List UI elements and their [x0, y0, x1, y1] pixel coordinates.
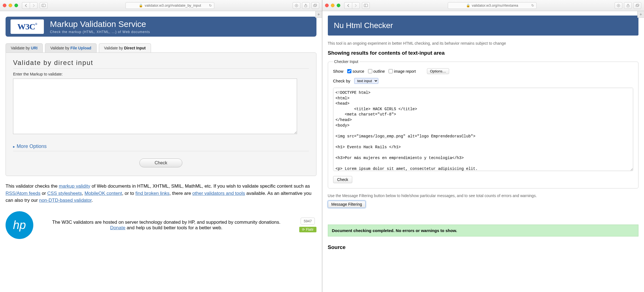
sidebar-button[interactable]: [40, 2, 47, 9]
link-markup-validity[interactable]: markup validity: [59, 183, 90, 189]
svg-rect-4: [314, 5, 316, 7]
tabs-button[interactable]: [633, 2, 641, 9]
tab-validate-uri[interactable]: Validate by URI: [6, 43, 43, 52]
page-content-right: Nu Html Checker This tool is an ongoing …: [322, 11, 644, 292]
new-tab-button[interactable]: +: [315, 11, 322, 18]
show-source-checkbox[interactable]: source: [347, 69, 364, 74]
maximize-window-button[interactable]: [14, 4, 18, 7]
downloads-button[interactable]: [615, 2, 622, 9]
minimize-window-button[interactable]: [331, 4, 334, 7]
show-outline-checkbox[interactable]: outline: [368, 69, 385, 74]
validation-tabs: Validate by URI Validate by File Upload …: [6, 43, 316, 52]
page-title: Markup Validation Service: [50, 19, 150, 29]
link-mobileok[interactable]: MobileOK content: [84, 191, 122, 196]
page-subtitle: Check the markup (HTML, XHTML, ...) of W…: [50, 30, 150, 34]
share-button[interactable]: [624, 2, 632, 9]
markup-textarea[interactable]: [13, 79, 297, 134]
address-bar[interactable]: 🔒 validator.w3.org/nu/#textarea ↻: [448, 2, 537, 9]
close-window-button[interactable]: [3, 4, 6, 7]
browser-toolbar-right: 🔒 validator.w3.org/nu/#textarea ↻: [322, 0, 644, 11]
filter-note: Use the Message Filtering button below t…: [328, 193, 639, 198]
link-rss-atom[interactable]: RSS/Atom feeds: [6, 191, 41, 196]
flattr-button[interactable]: ⟳Flattr: [299, 227, 316, 232]
url-text: validator.w3.org/nu/#textarea: [472, 3, 518, 7]
check-button[interactable]: Check: [139, 158, 182, 167]
window-validator: 🔒 validator.w3.org/#validate_by_input ↻ …: [0, 0, 322, 292]
tabs-button[interactable]: [311, 2, 319, 9]
checker-input-fieldset: Checker Input Show source outline image …: [328, 59, 639, 188]
back-button[interactable]: [22, 2, 30, 9]
checkby-label: Check by: [333, 79, 351, 83]
lock-icon: 🔒: [466, 4, 470, 7]
footer: hp The W3C validators are hosted on serv…: [6, 211, 316, 239]
maximize-window-button[interactable]: [337, 4, 340, 7]
message-filtering-button[interactable]: Message Filtering: [328, 201, 366, 208]
link-other-tools[interactable]: other validators and tools: [192, 191, 245, 196]
forward-button[interactable]: [30, 2, 37, 9]
check-button[interactable]: Check: [333, 176, 353, 183]
w3c-logo[interactable]: W3C®: [11, 19, 44, 34]
source-heading: Source: [328, 244, 639, 250]
source-textarea[interactable]: [333, 88, 633, 171]
checkby-select[interactable]: text input: [354, 78, 378, 84]
fieldset-legend: Checker Input: [333, 59, 359, 64]
w3c-banner: W3C® Markup Validation Service Check the…: [6, 17, 316, 37]
svg-rect-5: [314, 4, 317, 6]
url-text: validator.w3.org/#validate_by_input: [145, 3, 201, 7]
flattr-count: 5947: [301, 218, 315, 225]
description-text: This validator checks the markup validit…: [6, 183, 316, 204]
back-button[interactable]: [344, 2, 352, 9]
panel-heading: Validate by direct input: [13, 59, 309, 69]
tool-note: This tool is an ongoing experiment in be…: [328, 41, 639, 46]
nu-banner: Nu Html Checker: [328, 16, 639, 36]
minimize-window-button[interactable]: [9, 4, 12, 7]
close-window-button[interactable]: [325, 4, 329, 7]
link-non-dtd[interactable]: non-DTD-based validator: [39, 198, 92, 203]
validate-panel: Validate by direct input Enter the Marku…: [6, 52, 316, 176]
share-button[interactable]: [302, 2, 310, 9]
tab-validate-upload[interactable]: Validate by File Upload: [45, 43, 97, 52]
svg-rect-0: [42, 4, 46, 7]
svg-rect-6: [364, 4, 368, 7]
footer-text: The W3C validators are hosted on server …: [39, 220, 294, 225]
success-message: Document checking completed. No errors o…: [328, 225, 639, 236]
window-nu-checker: 🔒 validator.w3.org/nu/#textarea ↻ + Nu H…: [322, 0, 644, 292]
svg-rect-10: [636, 5, 638, 7]
page-content-left: W3C® Markup Validation Service Check the…: [0, 11, 322, 292]
downloads-button[interactable]: [293, 2, 300, 9]
browser-toolbar-left: 🔒 validator.w3.org/#validate_by_input ↻: [0, 0, 322, 11]
reload-icon[interactable]: ↻: [209, 4, 212, 7]
sidebar-button[interactable]: [362, 2, 370, 9]
page-title: Nu Html Checker: [334, 21, 633, 30]
show-image-report-checkbox[interactable]: image report: [389, 69, 416, 74]
donate-link[interactable]: Donate: [110, 225, 125, 230]
more-options-toggle[interactable]: More Options: [13, 144, 309, 151]
link-broken-links[interactable]: find broken links: [135, 191, 170, 196]
svg-rect-11: [637, 4, 639, 6]
link-css[interactable]: CSS stylesheets: [47, 191, 82, 196]
show-label: Show: [333, 69, 344, 74]
forward-button[interactable]: [352, 2, 360, 9]
results-heading: Showing results for contents of text-inp…: [328, 50, 639, 56]
hp-logo[interactable]: hp: [6, 211, 33, 239]
lock-icon: 🔒: [139, 4, 143, 7]
new-tab-button[interactable]: +: [637, 11, 644, 18]
tab-validate-direct[interactable]: Validate by Direct Input: [99, 43, 151, 52]
markup-label: Enter the Markup to validate:: [13, 72, 309, 76]
options-button[interactable]: Options…: [427, 68, 449, 74]
address-bar[interactable]: 🔒 validator.w3.org/#validate_by_input ↻: [125, 2, 214, 9]
reload-icon[interactable]: ↻: [531, 4, 534, 7]
